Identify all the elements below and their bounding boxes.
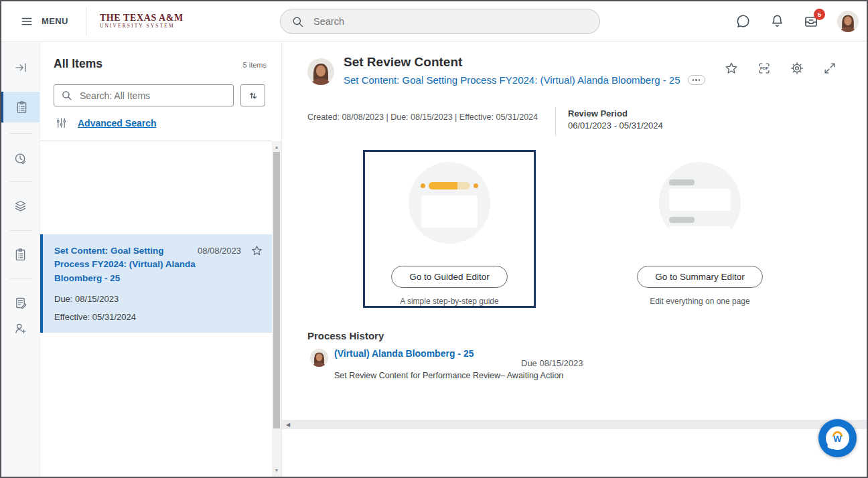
search-icon: [291, 15, 304, 28]
bell-icon: [770, 13, 785, 29]
horizontal-scrollbar[interactable]: ◀: [282, 420, 867, 429]
rail-divider: [9, 133, 32, 134]
clipboard-list-icon: [13, 248, 27, 262]
summary-editor-button[interactable]: Go to Summary Editor: [637, 266, 763, 288]
rail-divider: [9, 278, 32, 279]
all-items-panel: All Items 5 items: [40, 42, 282, 477]
items-list: Set Content: Goal Setting Process FY2024…: [40, 141, 272, 477]
page-title: Set Review Content: [344, 55, 462, 70]
user-avatar[interactable]: [837, 11, 859, 32]
list-item-title[interactable]: Set Content: Goal Setting Process FY2024…: [54, 244, 198, 285]
left-icon-rail: [1, 42, 40, 477]
subject-link[interactable]: Set Content: Goal Setting Process FY2024…: [344, 74, 680, 86]
panel-search-box[interactable]: [54, 84, 234, 106]
summary-illustration: [659, 162, 741, 244]
logo-line-2: UNIVERSITY SYSTEM: [100, 23, 184, 29]
list-item-effective: Effective: 05/31/2024: [54, 312, 264, 322]
workday-logo-icon: W: [826, 426, 849, 450]
panel-scrollbar-thumb[interactable]: [273, 152, 280, 428]
clipboard-list-icon: [15, 100, 29, 114]
guided-caption: A simple step-by-step guide: [400, 297, 498, 306]
panel-title: All Items: [54, 57, 102, 71]
history-person-link[interactable]: (Virtual) Alanda Bloomberg - 25: [334, 348, 474, 359]
subject-row: Set Content: Goal Setting Process FY2024…: [344, 74, 705, 86]
gear-icon: [790, 61, 804, 76]
history-avatar: [310, 349, 328, 367]
review-period: Review Period 06/01/2023 - 05/31/2024: [568, 108, 663, 131]
items-count: 5 items: [243, 61, 267, 69]
chat-button[interactable]: [735, 13, 751, 29]
collapse-panel-button[interactable]: [1, 52, 40, 83]
page-actions: PDF: [724, 61, 837, 76]
inbox-button[interactable]: 5: [803, 13, 819, 29]
workday-assistant-button[interactable]: W: [818, 419, 857, 457]
panel-search-row: [54, 84, 265, 106]
note-edit-icon: [13, 296, 27, 310]
summary-caption: Edit everything on one page: [650, 297, 749, 306]
chat-bubble-icon: [735, 13, 751, 29]
history-due: Due 08/15/2023: [521, 358, 583, 368]
meta-divider: [555, 107, 556, 136]
topbar-actions: 5: [735, 1, 859, 41]
main-content: Set Review Content Set Content: Goal Set…: [282, 42, 867, 477]
favorite-star-icon[interactable]: [250, 244, 263, 260]
expand-arrows-icon: [822, 61, 837, 76]
pdf-icon: PDF: [757, 60, 772, 76]
rail-divider: [9, 230, 32, 231]
global-search[interactable]: [280, 9, 600, 34]
star-icon: [724, 61, 739, 76]
rail-history-button[interactable]: [1, 143, 40, 174]
subject-avatar: [307, 58, 334, 85]
review-period-value: 06/01/2023 - 05/31/2024: [568, 121, 663, 131]
meta-dates: Created: 08/08/2023 | Due: 08/15/2023 | …: [307, 112, 538, 122]
expand-button[interactable]: [822, 61, 837, 76]
layers-icon: [13, 199, 27, 213]
process-history-heading: Process History: [307, 330, 384, 341]
global-search-input[interactable]: [312, 15, 589, 27]
scroll-up-arrow[interactable]: ▲: [272, 145, 281, 149]
panel-search-input[interactable]: [78, 90, 226, 102]
review-period-label: Review Period: [568, 108, 663, 118]
list-item[interactable]: Set Content: Goal Setting Process FY2024…: [40, 234, 272, 333]
notifications-button[interactable]: [769, 13, 785, 29]
favorite-button[interactable]: [724, 61, 739, 76]
advanced-search-row: Advanced Search: [55, 116, 157, 129]
guided-illustration: [409, 162, 490, 244]
inbox-badge: 5: [814, 9, 825, 20]
top-bar: MENU THE TEXAS A&M UNIVERSITY SYSTEM: [1, 1, 867, 42]
rail-layers-button[interactable]: [1, 190, 40, 221]
rail-divider: [9, 181, 32, 182]
rail-all-items-button[interactable]: [1, 92, 40, 123]
settings-button[interactable]: [790, 61, 804, 76]
panel-scrollbar[interactable]: ▲ ▼: [272, 141, 281, 477]
guided-editor-button[interactable]: Go to Guided Editor: [391, 266, 507, 288]
export-pdf-button[interactable]: PDF: [757, 61, 772, 76]
topbar-divider: [86, 7, 86, 36]
search-icon: [61, 90, 72, 101]
rail-tasks-button[interactable]: [1, 239, 40, 270]
advanced-search-link[interactable]: Advanced Search: [78, 118, 157, 129]
logo-line-1: THE TEXAS A&M: [100, 13, 184, 23]
history-status: Set Review Content for Performance Revie…: [334, 371, 563, 380]
rail-add-person-button[interactable]: [1, 313, 40, 343]
clock-check-icon: [13, 152, 27, 166]
related-actions-button[interactable]: [688, 75, 705, 85]
collapse-panel-icon: [14, 61, 27, 74]
menu-button[interactable]: MENU: [20, 15, 68, 28]
list-item-date: 08/08/2023: [198, 246, 241, 256]
sort-arrows-icon: [247, 90, 259, 102]
summary-editor-card[interactable]: Go to Summary Editor Edit everything on …: [613, 150, 786, 308]
scroll-down-arrow[interactable]: ▼: [272, 468, 281, 473]
add-person-icon: [13, 321, 27, 335]
sort-button[interactable]: [240, 84, 265, 106]
workday-app-window: MENU THE TEXAS A&M UNIVERSITY SYSTEM: [0, 0, 868, 478]
list-item-due: Due: 08/15/2023: [54, 294, 264, 304]
scroll-left-arrow[interactable]: ◀: [286, 422, 290, 428]
menu-hamburger-icon: [20, 15, 33, 28]
guided-editor-card[interactable]: Go to Guided Editor A simple step-by-ste…: [363, 150, 536, 308]
svg-text:PDF: PDF: [760, 66, 769, 70]
tamu-logo: THE TEXAS A&M UNIVERSITY SYSTEM: [100, 13, 184, 29]
menu-label: MENU: [42, 16, 68, 26]
filter-sliders-icon: [55, 116, 68, 129]
